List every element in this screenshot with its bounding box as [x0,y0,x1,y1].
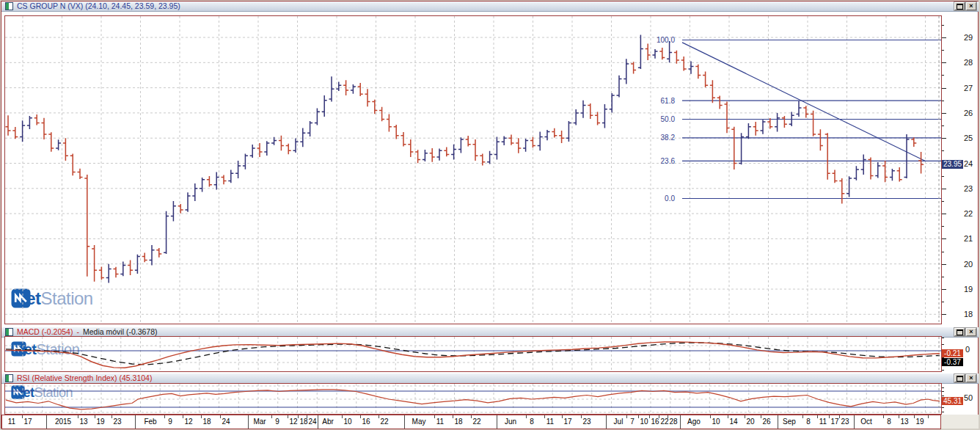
price-axis-tick [942,25,944,26]
price-axis-tick [942,252,944,252]
date-tick [562,415,563,418]
price-axis-tick [942,226,944,227]
date-tick [710,415,711,418]
price-panel-title: CS GROUP N (VX) (24.10, 24.45, 23.59, 23… [17,1,180,11]
price-axis-tick [942,101,944,101]
maximize-icon[interactable] [954,374,965,382]
date-label: 9 [275,418,279,426]
macd-zero-label: 0 [965,345,970,354]
date-axis: 11172015131923Feb9121824Mar9121824Abr101… [1,415,941,429]
svg-text:0.0: 0.0 [665,194,675,203]
price-axis-label: 29 [958,33,979,42]
fib-lines: 100.061.850.038.223.60.0 [657,36,941,203]
price-axis-tick [942,176,944,177]
date-label: 16 [362,418,370,426]
date-label: 8 [887,418,891,426]
price-axis-tick [942,113,946,114]
date-separator [497,415,497,429]
date-label: 8 [530,418,534,426]
date-separator [135,415,136,429]
macd-plot[interactable]: netStation [4,336,942,372]
date-label: 19 [96,418,104,426]
date-label: 11 [436,418,444,426]
chart-panel-icon [5,2,13,10]
price-panel-title-bar[interactable]: CS GROUP N (VX) (24.10, 24.45, 23.59, 23… [1,1,979,12]
date-separator [46,415,47,429]
date-label: 8 [806,418,811,426]
date-label: 10 [640,418,648,426]
macd-signal-value-tag: -0.37 [942,358,963,366]
date-label: 18 [299,418,307,426]
date-label: May [412,418,426,426]
date-label: 23 [113,418,121,426]
date-tick [164,415,165,418]
grid [5,337,941,371]
rsi-value-tag: 45.31 [942,397,963,405]
date-separator [606,415,607,429]
chart-panel-icon [5,374,13,382]
date-tick [914,415,915,418]
rsi-panel-title-bar[interactable]: RSI (Relative Strength Index) (45.3104) … [1,373,979,384]
date-label: 17 [563,418,571,426]
date-tick [668,415,668,418]
macd-signal-line [6,343,940,365]
date-tick [817,415,818,418]
date-separator [680,415,681,429]
date-tick [379,415,379,418]
price-axis-label: 20 [958,260,979,269]
macd-axis-tick [942,338,944,338]
price-chart-canvas[interactable]: 100.061.850.038.223.60.0 [5,16,941,324]
last-price-tag: 23.95 [942,160,963,169]
date-label: 17 [830,418,838,426]
date-tick [22,415,23,418]
svg-text:61.8: 61.8 [661,97,676,105]
price-axis-tick [942,37,946,38]
price-axis-label: 28 [958,58,979,67]
maximize-icon[interactable] [954,2,965,10]
macd-canvas[interactable] [5,337,941,371]
price-axis-tick [942,277,944,277]
rsi-title: RSI (Relative Strength Index) (45.3104) [17,373,152,383]
date-label: 9 [168,418,172,426]
date-label: Oct [860,418,872,426]
date-label: 26 [762,418,770,426]
close-icon[interactable]: × [966,374,976,382]
date-tick [471,415,472,418]
date-label: 23 [841,418,849,426]
date-tick [745,415,745,418]
date-tick [659,415,659,418]
ohlc-bars-down [6,44,924,282]
price-chart-plot[interactable]: netStation 100.061.850.038.223.60.0 [4,15,942,324]
price-axis-tick [942,125,944,126]
price-axis-tick [942,88,946,89]
price-axis-label: 21 [958,234,979,243]
date-label: 12 [289,418,297,426]
rsi-axis-tick [942,387,944,388]
date-label: 28 [669,418,677,426]
date-label: 20 [746,418,754,426]
date-label: 12 [184,418,192,426]
price-axis-tick [942,75,944,76]
date-separator [318,415,318,429]
date-label: 18 [202,418,211,426]
rsi-plot[interactable]: netStation [4,383,942,415]
date-tick [342,415,343,418]
date-separator [778,415,778,429]
svg-text:100.0: 100.0 [657,36,675,44]
price-axis-tick [942,289,946,290]
date-tick [360,415,361,418]
date-label: Mar [253,418,266,426]
close-icon[interactable]: × [966,328,976,336]
date-tick [307,415,307,418]
date-label: 23 [582,418,590,426]
date-tick [271,415,272,418]
price-axis-tick [942,138,946,139]
close-icon[interactable]: × [966,2,976,10]
price-axis-tick [942,214,946,214]
maximize-icon[interactable] [954,328,965,336]
date-label: 24 [308,418,316,426]
date-tick [78,415,78,418]
date-tick [288,415,288,418]
rsi-axis-tick [942,391,944,392]
rsi-canvas[interactable] [5,384,941,414]
